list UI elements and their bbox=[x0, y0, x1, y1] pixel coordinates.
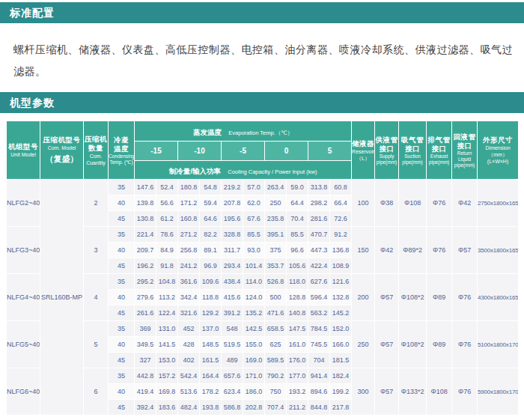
capacity-power-value-cell: 136.8 bbox=[330, 243, 352, 258]
supply-pipe-cell: Φ57 bbox=[375, 368, 399, 416]
com-quantity-cell: 2 bbox=[84, 180, 109, 227]
return-liquid-pipe-cell: Φ76 bbox=[452, 321, 478, 368]
capacity-power-value-cell: 745.5 bbox=[308, 337, 330, 353]
capacity-power-value-cell: 263.4 bbox=[265, 180, 287, 195]
suction-pipe-cell: Φ89*2 bbox=[399, 227, 427, 274]
capacity-power-value-cell: 941.4 bbox=[308, 368, 330, 384]
capacity-power-value-cell: 500 bbox=[265, 290, 287, 305]
header-return-liquid-pipe: 回液管 接口 Return Liquid pipe(mm) bbox=[452, 121, 478, 180]
suction-pipe-cell: Φ133*2 bbox=[399, 368, 427, 416]
capacity-power-value-cell: 563.2 bbox=[308, 305, 330, 321]
table-row: NLFG6~40635442.8157.2542.4164.4657.6171.… bbox=[7, 368, 519, 384]
condensing-temp-cell: 40 bbox=[109, 337, 135, 353]
capacity-power-value-cell: 298.2 bbox=[308, 195, 330, 211]
capacity-power-value-cell: 241.2 bbox=[178, 258, 200, 274]
header-condensing-temp: 冷凝 温度 Condensing Temp. (℃) bbox=[109, 121, 135, 180]
capacity-power-value-cell: 122.4 bbox=[156, 305, 178, 321]
capacity-power-value-cell: 470.7 bbox=[308, 227, 330, 243]
capacity-power-value-cell: 526.8 bbox=[265, 274, 287, 290]
capacity-power-value-cell: 279.6 bbox=[135, 290, 156, 305]
capacity-power-value-cell: 56.6 bbox=[156, 195, 178, 211]
capacity-power-value-cell: 105.6 bbox=[287, 258, 308, 274]
capacity-power-value-cell: 135.2 bbox=[243, 305, 265, 321]
capacity-power-value-cell: 171.0 bbox=[243, 368, 265, 384]
capacity-power-value-cell: 250 bbox=[265, 195, 287, 211]
capacity-power-value-cell: 707.4 bbox=[265, 400, 287, 416]
condensing-temp-cell: 35 bbox=[109, 274, 135, 290]
capacity-power-value-cell: 84.9 bbox=[156, 243, 178, 258]
dimension-cell: 5900x1800x1700 bbox=[478, 368, 519, 416]
capacity-power-value-cell: 96.6 bbox=[287, 243, 308, 258]
capacity-power-value-cell: 256.8 bbox=[178, 243, 200, 258]
capacity-power-value-cell: 281.6 bbox=[308, 211, 330, 227]
header-exhaust-pipe: 排气管 接口 Exhaust pipe(mm) bbox=[427, 121, 452, 180]
capacity-power-value-cell: 217.8 bbox=[330, 400, 352, 416]
capacity-power-value-cell: 59.4 bbox=[200, 195, 222, 211]
capacity-power-value-cell: 155.0 bbox=[243, 337, 265, 353]
capacity-power-value-cell: 132.8 bbox=[330, 290, 352, 305]
capacity-power-value-cell: 844.8 bbox=[308, 400, 330, 416]
model-parameters-table: 机组型号 Unit Model 压缩机型号 Com. Model （复盛） 压缩… bbox=[6, 121, 519, 416]
capacity-power-value-cell: 70.4 bbox=[287, 211, 308, 227]
condensing-temp-cell: 35 bbox=[109, 227, 135, 243]
capacity-power-value-cell: 548 bbox=[222, 321, 243, 337]
reservoir-cell: 300 bbox=[352, 368, 375, 416]
header-cooling-capacity: 制冷量/输入功率 Cooling Capacity / Power Input … bbox=[135, 161, 352, 180]
capacity-power-value-cell: 342.4 bbox=[178, 290, 200, 305]
capacity-power-value-cell: 193.2 bbox=[287, 384, 308, 400]
capacity-power-value-cell: 438.4 bbox=[222, 274, 243, 290]
capacity-power-value-cell: 161.0 bbox=[287, 337, 308, 353]
capacity-power-value-cell: 311.7 bbox=[222, 243, 243, 258]
condensing-temp-cell: 35 bbox=[109, 321, 135, 337]
capacity-power-value-cell: 78.6 bbox=[156, 227, 178, 243]
capacity-power-value-cell: 452 bbox=[178, 321, 200, 337]
table-body: NLFG2~40SRL160B-MP235147.652.4180.854.82… bbox=[7, 180, 519, 416]
com-quantity-cell: 6 bbox=[84, 368, 109, 416]
unit-model-cell: NLFG3~40 bbox=[7, 227, 40, 274]
capacity-power-value-cell: 96.9 bbox=[200, 258, 222, 274]
capacity-power-value-cell: 295.2 bbox=[135, 274, 156, 290]
capacity-power-value-cell: 182.4 bbox=[330, 368, 352, 384]
capacity-power-value-cell: 596.4 bbox=[308, 290, 330, 305]
suction-pipe-cell: Φ108 bbox=[399, 180, 427, 227]
condensing-temp-cell: 45 bbox=[109, 211, 135, 227]
capacity-power-value-cell: 91.8 bbox=[156, 258, 178, 274]
header-com-model: 压缩机型号 Com. Model （复盛） bbox=[40, 121, 84, 180]
capacity-power-value-cell: 183.6 bbox=[156, 400, 178, 416]
suction-pipe-cell: Φ108*2 bbox=[399, 321, 427, 368]
unit-model-cell: NLFG5~40 bbox=[7, 321, 40, 368]
capacity-power-value-cell: 586.8 bbox=[222, 400, 243, 416]
capacity-power-value-cell: 375 bbox=[265, 243, 287, 258]
reservoir-cell: 200 bbox=[352, 274, 375, 321]
capacity-power-value-cell: 428 bbox=[178, 337, 200, 353]
capacity-power-value-cell: 402 bbox=[178, 353, 200, 368]
table-header: 机组型号 Unit Model 压缩机型号 Com. Model （复盛） 压缩… bbox=[7, 121, 519, 180]
capacity-power-value-cell: 85.5 bbox=[243, 227, 265, 243]
capacity-power-value-cell: 62.0 bbox=[243, 195, 265, 211]
condensing-temp-cell: 45 bbox=[109, 258, 135, 274]
capacity-power-value-cell: 101.4 bbox=[243, 258, 265, 274]
capacity-power-value-cell: 109.6 bbox=[200, 274, 222, 290]
capacity-power-value-cell: 219.2 bbox=[222, 180, 243, 195]
capacity-power-value-cell: 169.8 bbox=[156, 384, 178, 400]
table-row: NLFG2~40SRL160B-MP235147.652.4180.854.82… bbox=[7, 180, 519, 195]
capacity-power-value-cell: 328.8 bbox=[222, 227, 243, 243]
reservoir-cell: 150 bbox=[352, 227, 375, 274]
capacity-power-value-cell: 124.0 bbox=[243, 290, 265, 305]
capacity-power-value-cell: 313.8 bbox=[308, 180, 330, 195]
exhaust-pipe-cell: Φ108 bbox=[427, 368, 452, 416]
capacity-power-value-cell: 193.8 bbox=[200, 400, 222, 416]
capacity-power-value-cell: 169.0 bbox=[243, 353, 265, 368]
header-dimension: 外形尺寸 Dimension（mm） (L×W×H) bbox=[478, 121, 519, 180]
capacity-power-value-cell: 129.2 bbox=[200, 305, 222, 321]
dimension-cell: 5100x1800x1700 bbox=[478, 321, 519, 368]
section-title-model-params: 机型参数 bbox=[0, 92, 524, 113]
capacity-power-value-cell: 196.2 bbox=[135, 258, 156, 274]
capacity-power-value-cell: 415.6 bbox=[222, 290, 243, 305]
capacity-power-value-cell: 202.8 bbox=[243, 400, 265, 416]
capacity-power-value-cell: 64.4 bbox=[287, 195, 308, 211]
capacity-power-value-cell: 199.2 bbox=[330, 384, 352, 400]
capacity-power-value-cell: 211.2 bbox=[287, 400, 308, 416]
capacity-power-value-cell: 209.7 bbox=[135, 243, 156, 258]
header-temp-0: 0 bbox=[265, 141, 308, 161]
